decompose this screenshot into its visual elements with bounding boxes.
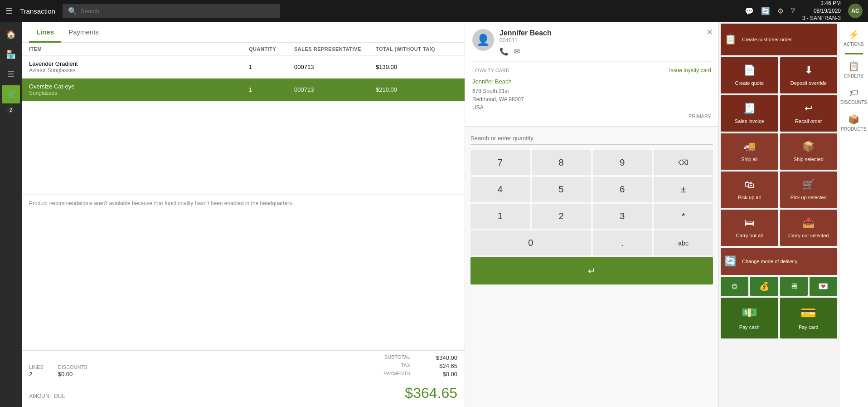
num-btn-dot[interactable]: . <box>593 230 652 255</box>
create-quote-icon: 📄 <box>743 64 756 76</box>
sidebar-cart[interactable]: 🛒 <box>2 85 20 103</box>
discounts-icon: 🏷 <box>849 88 858 98</box>
sidebar-products[interactable]: 📦 PRODUCTS <box>839 110 868 135</box>
table-row[interactable]: Oversize Cat-eye Sunglasses 1 000713 $21… <box>22 78 465 101</box>
search-input[interactable] <box>81 8 275 15</box>
num-btn-1[interactable]: 1 <box>470 204 530 229</box>
create-customer-order-button[interactable]: 📋 Create customer order <box>721 24 837 55</box>
pay-card-icon: 💳 <box>800 305 816 320</box>
numpad-search-input[interactable] <box>470 132 713 145</box>
customer-address: 678 South 21st Redmond, WA 98007 USA <box>472 87 711 112</box>
green-btn-3[interactable]: 🖥 <box>780 277 808 296</box>
item-total: $210.00 <box>376 86 457 93</box>
ship-all-button[interactable]: 🚚 Ship all <box>721 133 778 170</box>
num-btn-6[interactable]: 6 <box>593 177 652 202</box>
green-btn-1[interactable]: ⊜ <box>721 277 748 296</box>
item-total: $130.00 <box>376 64 457 70</box>
num-btn-7[interactable]: 7 <box>470 150 530 175</box>
pay-cash-label: Pay cash <box>739 324 760 330</box>
left-sidebar: 🏠 🏪 ☰ 🛒 2 <box>0 22 22 407</box>
sales-invoice-label: Sales invoice <box>735 118 764 124</box>
discounts-label: DISCOUNTS <box>58 364 87 370</box>
hamburger-menu[interactable]: ☰ <box>5 6 13 16</box>
pick-up-all-button[interactable]: 🛍 Pick up all <box>721 172 778 208</box>
subtotal-value: $340.00 <box>421 354 457 361</box>
pick-up-selected-button[interactable]: 🛒 Pick up selected <box>780 172 838 208</box>
settings-icon[interactable]: ⚙ <box>777 7 784 15</box>
numpad-grid: 7 8 9 ⌫ 4 5 6 ± 1 2 3 * 0 . abc ↵ <box>470 150 713 284</box>
subtotal-label: SUBTOTAL <box>384 354 410 361</box>
customer-section: ✕ 👤 Jennifer Beach 004011 📞 ✉ LOYALTY CA… <box>465 22 718 127</box>
sidebar-home[interactable]: 🏠 <box>2 25 20 44</box>
amount-due-label: AMOUNT DUE <box>29 393 65 399</box>
pay-card-button[interactable]: 💳 Pay card <box>780 298 838 338</box>
change-mode-delivery-button[interactable]: 🔄 Change mode of delivery <box>721 248 837 275</box>
num-btn-3[interactable]: 3 <box>593 204 652 229</box>
carry-out-selected-button[interactable]: 📤 Carry out selected <box>780 210 838 246</box>
num-btn-0[interactable]: 0 <box>470 230 591 255</box>
num-btn-5[interactable]: 5 <box>532 177 591 202</box>
email-icon[interactable]: ✉ <box>514 47 520 56</box>
pick-up-selected-label: Pick up selected <box>790 194 827 201</box>
create-quote-label: Create quote <box>735 80 764 86</box>
loyalty-label: LOYALTY CARD <box>472 68 509 73</box>
customer-id: 004011 <box>499 37 552 44</box>
sales-invoice-icon: 🧾 <box>743 103 756 114</box>
app-title: Transaction <box>20 7 55 15</box>
recall-order-button[interactable]: ↩ Recall order <box>780 95 838 132</box>
sidebar-menu[interactable]: ☰ <box>2 65 20 83</box>
item-name: Lavender Gradient <box>29 60 249 67</box>
carry-out-all-button[interactable]: 🛏 Carry out all <box>721 210 778 246</box>
num-btn-9[interactable]: 9 <box>593 150 652 175</box>
recall-order-label: Recall order <box>795 118 822 124</box>
sidebar-divider <box>845 53 863 54</box>
chat-icon[interactable]: 💬 <box>745 7 754 15</box>
num-btn-enter[interactable]: ↵ <box>470 257 713 284</box>
sidebar-orders[interactable]: 📋 ORDERS <box>839 57 868 82</box>
search-icon: 🔍 <box>68 7 77 15</box>
table-row[interactable]: Lavender Gradient Aviator Sunglasses 1 0… <box>22 56 465 78</box>
green-btn-4[interactable]: 💌 <box>810 277 837 296</box>
issue-loyalty-link[interactable]: Issue loyalty card <box>669 67 711 74</box>
num-btn-8[interactable]: 8 <box>532 150 591 175</box>
num-btn-backspace[interactable]: ⌫ <box>654 150 713 175</box>
ship-selected-button[interactable]: 📦 Ship selected <box>780 133 838 170</box>
tab-payments[interactable]: Payments <box>61 22 106 43</box>
small-green-buttons: ⊜ 💰 🖥 💌 <box>721 277 837 296</box>
num-btn-multiply[interactable]: * <box>654 204 713 229</box>
create-quote-button[interactable]: 📄 Create quote <box>721 57 778 93</box>
deposit-override-button[interactable]: ⬇ Deposit override <box>780 57 838 93</box>
sidebar-badge: 2 <box>6 105 15 114</box>
orders-label: ORDERS <box>844 74 863 78</box>
recall-order-icon: ↩ <box>805 103 813 114</box>
ship-all-icon: 🚚 <box>743 141 756 152</box>
sales-invoice-button[interactable]: 🧾 Sales invoice <box>721 95 778 132</box>
num-btn-2[interactable]: 2 <box>532 204 591 229</box>
topbar: ☰ Transaction 🔍 💬 🔄 ⚙ ? 3:46 PM 08/19/20… <box>0 0 868 22</box>
products-icon: 📦 <box>848 114 859 125</box>
pay-cash-button[interactable]: 💵 Pay cash <box>721 298 778 338</box>
green-btn-2[interactable]: 💰 <box>750 277 778 296</box>
customer-contacts: 📞 ✉ <box>499 47 552 56</box>
num-btn-abc[interactable]: abc <box>654 230 713 255</box>
item-rep: 000713 <box>294 86 376 93</box>
num-btn-plusminus[interactable]: ± <box>654 177 713 202</box>
products-label: PRODUCTS <box>841 127 866 132</box>
tab-lines[interactable]: Lines <box>29 22 61 43</box>
help-icon[interactable]: ? <box>791 7 795 15</box>
refresh-icon[interactable]: 🔄 <box>761 7 770 15</box>
num-btn-4[interactable]: 4 <box>470 177 530 202</box>
customer-name-link[interactable]: Jennifer Beach <box>472 78 512 85</box>
close-customer-button[interactable]: ✕ <box>706 27 713 37</box>
sidebar-store[interactable]: 🏪 <box>2 45 20 64</box>
tabs-bar: Lines Payments <box>22 22 465 43</box>
amount-due-value: $364.65 <box>405 385 457 402</box>
phone-icon[interactable]: 📞 <box>499 47 509 56</box>
payments-label: PAYMENTS <box>383 371 410 378</box>
actions-icon: ⚡ <box>848 29 859 40</box>
sidebar-discounts[interactable]: 🏷 DISCOUNTS <box>839 84 868 108</box>
item-qty: 1 <box>249 64 294 70</box>
user-avatar[interactable]: AC <box>848 4 863 18</box>
customer-name: Jennifer Beach <box>499 29 552 37</box>
sidebar-actions[interactable]: ⚡ ACTIONS <box>839 25 868 50</box>
